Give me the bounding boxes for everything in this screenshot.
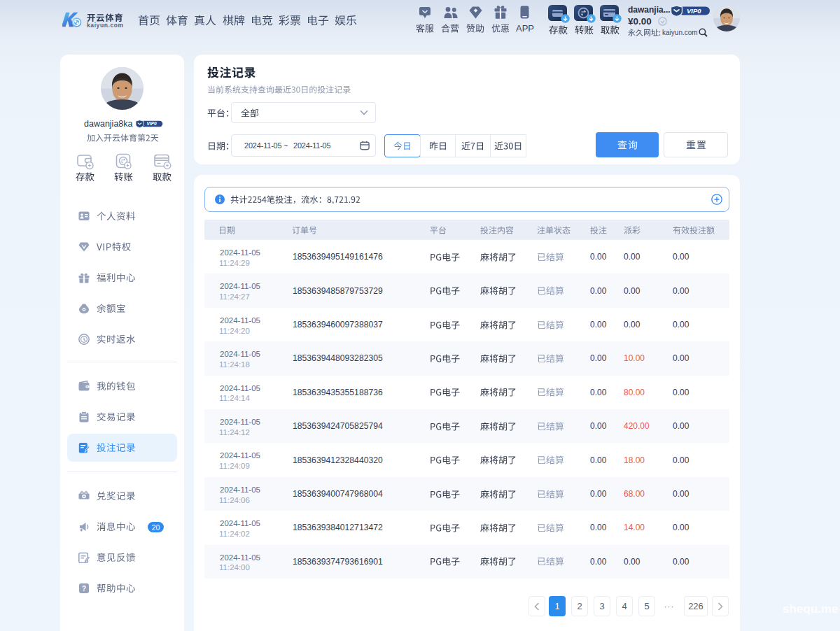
svg-text:VIP0: VIP0 [147, 121, 158, 126]
svg-text:VIP0: VIP0 [687, 7, 701, 15]
svg-text:?: ? [82, 585, 86, 593]
